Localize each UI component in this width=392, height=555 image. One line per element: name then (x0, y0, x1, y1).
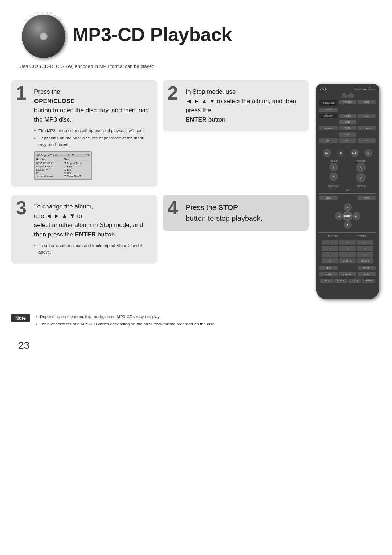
step-1-bullets: The MP3 menu screen will appear and play… (34, 128, 149, 148)
sleep-cancel-row: SLEEP CANCEL ZOOM (319, 272, 376, 277)
cd-disc-icon: 0101010101010101010101010101010101010101… (18, 11, 65, 58)
remote-control: dv1 TV DVD RECEIVER OPEN/CLOSE TV/VIDEO … (316, 84, 379, 299)
mode-btn[interactable]: MODE (358, 100, 376, 104)
volume-tuning-row: VOLUME + − TUNING/CH ∧ ∨ (319, 159, 376, 183)
lsm-minus-btn[interactable]: LSM- (319, 138, 338, 143)
blank-btn-1 (339, 108, 357, 112)
step-4-text: Press the STOP button to stop playback. (186, 202, 301, 224)
note-section: Note Depending on the recording mode, so… (0, 307, 392, 336)
zoom-btn[interactable]: ZOOM (358, 272, 376, 276)
mode2-row: MODE ADV.OPT (319, 266, 376, 271)
step-4-box: 4 Press the STOP button to stop playback… (163, 195, 309, 231)
sleep-btn[interactable]: SLEEP (319, 272, 338, 276)
step-4-number: 4 (168, 198, 178, 217)
nav-down-btn[interactable]: ▼ (344, 221, 352, 229)
menu-info-row: MENU INFO (319, 195, 376, 200)
aux-btn[interactable]: AUX (358, 114, 376, 118)
power-btn-1[interactable] (342, 93, 347, 98)
num-3-btn[interactable]: 3 (357, 240, 373, 245)
ez-view-btn[interactable]: EZ VIEW (334, 279, 347, 283)
vu-meter-btn[interactable]: VU METER (339, 258, 356, 263)
memory-btn[interactable]: MEMORY (357, 258, 373, 263)
num-2-btn[interactable]: 2 (339, 240, 356, 245)
dimmer-btn[interactable]: DIMMER (319, 108, 338, 112)
num-8-btn[interactable]: 8 (339, 252, 356, 257)
num-4-btn[interactable]: 4 (322, 246, 338, 251)
num-7-btn[interactable]: 7 (322, 252, 338, 257)
page-header: 0101010101010101010101010101010101010101… (0, 0, 392, 62)
pl-effect-btn[interactable]: II PL II EFFECT (358, 126, 376, 130)
note-bullet-1: Depending on the recording mode, some MP… (36, 314, 216, 320)
mp3-screen-mockup: 01 Beyond The # 01:20 Off Directory NEXT… (34, 151, 92, 181)
num-0-btn[interactable]: 0 (322, 258, 338, 263)
numpad: 1 2 3 4 5 6 7 8 9 0 VU METER MEMORY (319, 239, 376, 264)
remote-logo: dv1 (320, 88, 326, 91)
repeat-btn[interactable]: REPEAT (348, 279, 361, 283)
step-2-box: 2 In Stop mode, use ◄ ► ▲ ▼ to select th… (163, 80, 309, 131)
step-3-number: 3 (16, 198, 26, 217)
step-3-text: To change the album, use ◄ ► ▲ ▼ to sele… (34, 202, 149, 239)
band-btn[interactable]: BAND (339, 120, 357, 124)
steps-bottom-row: 3 To change the album, use ◄ ► ▲ ▼ to se… (11, 195, 309, 264)
menu-btn[interactable]: MENU (319, 196, 338, 200)
open-close-btn[interactable]: OPEN/CLOSE (319, 100, 338, 106)
lsm-plus-btn[interactable]: LSM + (339, 138, 357, 143)
remain-btn[interactable]: REMAIN (362, 279, 375, 283)
slow-btn[interactable]: SLOW (339, 126, 357, 130)
divider-2 (319, 232, 376, 233)
logo-btn[interactable]: LOGO (320, 279, 333, 283)
tv-dvd-label: TV DVD RECEIVER (355, 88, 375, 90)
power-btn-2[interactable] (348, 93, 354, 98)
step-3-container: 3 To change the album, use ◄ ► ▲ ▼ to se… (11, 195, 157, 264)
blank-btn-4 (358, 120, 376, 124)
mode2-btn[interactable]: MODE (319, 266, 338, 270)
cancel-btn[interactable]: CANCEL (339, 272, 357, 276)
num-1-btn[interactable]: 1 (322, 240, 338, 245)
pl-mode-btn[interactable]: II PL II MODE (319, 126, 338, 130)
play-pause-btn[interactable]: ▶⏸ (351, 149, 359, 157)
enter-btn[interactable]: ENTER (343, 211, 352, 221)
tuner-btn[interactable]: TUNER (339, 114, 357, 118)
stop-btn[interactable]: ■ (337, 149, 345, 157)
num-9-btn[interactable]: 9 (357, 252, 373, 257)
step-1-text: Press the OPEN/CLOSE button to open the … (34, 87, 149, 124)
note-text: Depending on the recording mode, some MP… (36, 314, 216, 329)
vol-down-btn[interactable]: − (329, 172, 338, 181)
vol-up-btn[interactable]: + (329, 163, 338, 171)
open-close-row: OPEN/CLOSE TV/VIDEO MODE (319, 100, 376, 106)
adv-opt-btn[interactable]: ADV.OPT (358, 266, 376, 270)
num-6-btn[interactable]: 6 (357, 246, 373, 251)
nav-up-btn[interactable]: ▲ (344, 203, 352, 211)
most-btn[interactable]: MOST (339, 132, 357, 137)
blank-btn-5 (319, 132, 338, 137)
step-1-container: 1 Press the OPEN/CLOSE button to open th… (11, 80, 157, 187)
step-4-container: 4 Press the STOP button to stop playback… (163, 195, 309, 264)
step-1-box: 1 Press the OPEN/CLOSE button to open th… (11, 80, 157, 187)
dimmer-row: DIMMER (319, 107, 376, 112)
vu-meter-label: VU METER (348, 235, 376, 237)
nav-left-btn[interactable]: ◄ (335, 212, 343, 220)
next-btn[interactable]: ⏭ (364, 149, 372, 157)
super51-label: SUPER 5.1 (348, 185, 376, 187)
disc-skip-btn[interactable]: DISC SKIP (319, 114, 338, 118)
num-5-btn[interactable]: 5 (339, 246, 356, 251)
info-btn[interactable]: INFO (358, 196, 376, 200)
ch-up-btn[interactable]: ∧ (356, 163, 366, 172)
steps-top-row: 1 Press the OPEN/CLOSE button to open th… (11, 80, 309, 187)
step-3-enter: ENTER (75, 231, 96, 238)
nav-right-btn[interactable]: ► (352, 212, 360, 220)
step-1-bold: OPEN/CLOSE (34, 98, 74, 105)
step-3-box: 3 To change the album, use ◄ ► ▲ ▼ to se… (11, 195, 157, 264)
tv-video-btn[interactable]: TV/VIDEO (339, 100, 357, 104)
prev-btn[interactable]: ⏮ (323, 149, 331, 157)
remote-bottom-space (319, 285, 376, 292)
blank-btn-2 (358, 108, 376, 112)
main-content: 1 Press the OPEN/CLOSE button to open th… (0, 76, 392, 303)
blank-btn-6 (358, 132, 376, 137)
nav-cross: ▲ ▼ ◄ ► ENTER (335, 203, 360, 229)
ch-down-btn[interactable]: ∨ (356, 173, 366, 182)
page-subtitle: Data CDs (CD-R, CD-RW) encoded in MP3 fo… (0, 62, 392, 76)
rrgs-btn[interactable]: RRGS (358, 138, 376, 143)
stop-bold: STOP (219, 203, 238, 211)
blank-7 (339, 266, 357, 270)
